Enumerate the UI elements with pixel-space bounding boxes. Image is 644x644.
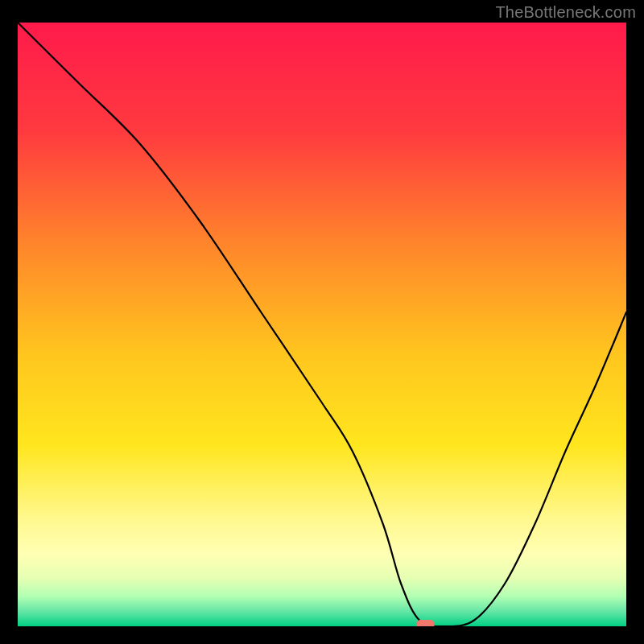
chart-svg <box>18 23 626 626</box>
chart-frame: TheBottleneck.com <box>0 0 644 644</box>
plot-area <box>18 23 626 626</box>
watermark-text: TheBottleneck.com <box>495 3 636 22</box>
optimum-marker <box>417 620 435 626</box>
